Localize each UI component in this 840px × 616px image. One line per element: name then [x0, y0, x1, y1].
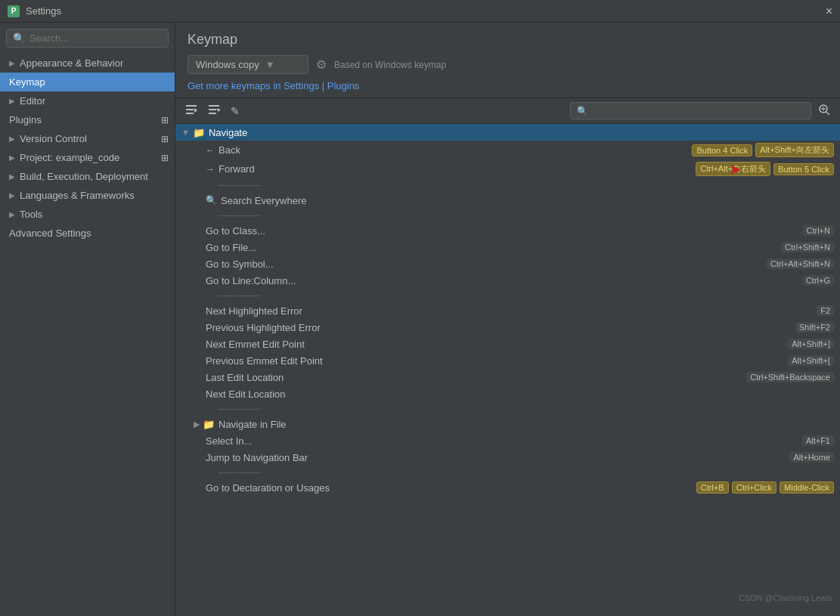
shortcut-ctrl-n: Ctrl+N	[803, 225, 834, 236]
shortcut-ctrl-shift-bs: Ctrl+Shift+Backspace	[746, 372, 834, 382]
find-button[interactable]	[814, 101, 834, 120]
proj-icon: ⊞	[161, 153, 169, 163]
sidebar-item-label: Tools	[20, 209, 42, 220]
tree-group-navigate-in-file[interactable]: ▶ 📁 Navigate in File	[175, 416, 840, 432]
sidebar-item-editor[interactable]: ▶ Editor	[0, 91, 175, 110]
keymap-dropdown[interactable]: Windows copy ▼	[188, 55, 308, 74]
chevron-right-icon: ▶	[9, 135, 15, 143]
search-icon: 🔍	[206, 195, 217, 206]
item-label: Forward	[219, 163, 693, 175]
main-layout: 🔍 ▶ Appearance & Behavior Keymap ▶ Edito…	[0, 23, 840, 616]
sidebar: 🔍 ▶ Appearance & Behavior Keymap ▶ Edito…	[0, 23, 175, 616]
title-bar-left: P Settings	[8, 5, 61, 17]
close-button[interactable]: ×	[826, 5, 832, 18]
sidebar-search-input[interactable]	[29, 33, 162, 44]
tree-item-next-edit[interactable]: Next Edit Location	[175, 385, 840, 402]
item-label: Previous Emmet Edit Point	[206, 355, 785, 367]
item-label: Next Emmet Edit Point	[206, 339, 785, 350]
sidebar-item-build[interactable]: ▶ Build, Execution, Deployment	[0, 167, 175, 186]
sidebar-item-tools[interactable]: ▶ Tools	[0, 205, 175, 224]
tree-item-search-everywhere[interactable]: 🔍 Search Everywhere	[175, 192, 840, 209]
separator-4: --------------	[175, 402, 840, 416]
vc-icon: ⊞	[161, 134, 169, 144]
separator-2: --------------	[175, 209, 840, 222]
shortcut-badge-button4: Button 4 Click	[692, 144, 752, 156]
shortcut-f2: F2	[817, 305, 834, 316]
shortcut-badge-button5: Button 5 Click	[773, 163, 834, 175]
edit-button[interactable]: ✎	[227, 103, 243, 119]
tree-item-jump-nav[interactable]: Jump to Navigation Bar Alt+Home	[175, 449, 840, 466]
item-label: Next Highlighted Error	[206, 305, 814, 317]
tree-item-next-error[interactable]: Next Highlighted Error F2	[175, 302, 840, 319]
based-on-label: Based on Windows keymap	[334, 60, 446, 70]
sidebar-item-label: Editor	[20, 95, 45, 107]
keymap-controls: Windows copy ▼ ⚙ Based on Windows keymap	[188, 55, 828, 74]
shortcut-alt-home: Alt+Home	[789, 452, 834, 463]
folder-icon: 📁	[203, 419, 215, 430]
gear-button[interactable]: ⚙	[316, 57, 327, 72]
search-filter[interactable]: 🔍	[570, 102, 811, 119]
sidebar-item-project[interactable]: ▶ Project: example_code ⊞	[0, 148, 175, 167]
item-label: Last Edit Location	[206, 372, 743, 383]
tree-item-select-in[interactable]: Select In... Alt+F1	[175, 432, 840, 449]
expand-icon[interactable]: ▶	[194, 419, 200, 429]
tree-item-go-to-symbol[interactable]: Go to Symbol... Ctrl+Alt+Shift+N	[175, 255, 840, 272]
sidebar-item-label: Version Control	[20, 133, 87, 144]
tree-group-navigate[interactable]: ▼ 📁 Navigate	[175, 124, 840, 141]
shortcut-badge-ctrl-b: Ctrl+B	[696, 481, 729, 494]
tree-item-prev-emmet[interactable]: Previous Emmet Edit Point Alt+Shift+[	[175, 352, 840, 369]
sidebar-item-advanced[interactable]: Advanced Settings	[0, 224, 175, 243]
sidebar-item-appearance[interactable]: ▶ Appearance & Behavior	[0, 54, 175, 73]
chevron-right-icon: ▶	[9, 59, 15, 67]
collapse-all-button[interactable]	[204, 101, 224, 120]
collapse-all-icon	[208, 104, 220, 116]
item-label: Next Edit Location	[206, 388, 834, 400]
chevron-right-icon: ▶	[9, 97, 15, 105]
search-icon: 🔍	[13, 33, 25, 44]
tree-item-go-to-file[interactable]: Go to File... Ctrl+Shift+N	[175, 239, 840, 255]
page-title: Keymap	[188, 32, 828, 48]
sidebar-search[interactable]: 🔍	[6, 29, 169, 48]
tree-item-last-edit[interactable]: Last Edit Location Ctrl+Shift+Backspace	[175, 369, 840, 385]
tree-item-back[interactable]: ← Back Button 4 Click Alt+Shift+向左箭头	[175, 141, 840, 159]
app-icon: P	[8, 5, 20, 17]
sidebar-item-languages[interactable]: ▶ Languages & Frameworks	[0, 186, 175, 205]
group-label: Navigate	[209, 127, 834, 138]
expand-icon[interactable]: ▼	[181, 128, 190, 137]
dropdown-value: Windows copy	[196, 59, 259, 70]
shortcut-alt-shift-lb: Alt+Shift+[	[788, 355, 834, 366]
chevron-right-icon: ▶	[9, 191, 15, 200]
tree-item-go-declaration[interactable]: Go to Declaration or Usages Ctrl+B Ctrl+…	[175, 479, 840, 496]
tree-item-go-to-class[interactable]: Go to Class... Ctrl+N	[175, 222, 840, 239]
sidebar-item-label: Languages & Frameworks	[20, 190, 135, 201]
keymap-search-input[interactable]	[593, 105, 804, 116]
svg-marker-3	[194, 108, 197, 113]
svg-line-9	[826, 112, 829, 115]
get-more-link[interactable]: Get more keymaps in Settings | Plugins	[188, 80, 359, 91]
separator-1: --------------	[175, 178, 840, 192]
shortcut-ctrl-shift-n: Ctrl+Shift+N	[781, 242, 834, 252]
find-icon	[818, 104, 830, 116]
sidebar-item-label: Project: example_code	[20, 152, 119, 163]
plugin-icon: ⊞	[161, 115, 169, 125]
expand-all-button[interactable]	[181, 101, 201, 120]
separator-5: --------------	[175, 466, 840, 479]
sidebar-item-keymap[interactable]: Keymap	[0, 73, 175, 91]
tree-item-forward[interactable]: → Forward Ctrl+Alt+向右箭头 Button 5 Click ➤	[175, 159, 840, 178]
shortcut-alt-shift-rb: Alt+Shift+]	[788, 339, 834, 349]
svg-rect-4	[209, 105, 219, 107]
tree-item-next-emmet[interactable]: Next Emmet Edit Point Alt+Shift+]	[175, 336, 840, 352]
svg-rect-0	[186, 105, 197, 107]
title-bar-title: Settings	[26, 5, 61, 17]
item-label: Go to File...	[206, 242, 778, 253]
tree-item-go-to-line[interactable]: Go to Line:Column... Ctrl+G	[175, 272, 840, 289]
content-header: Keymap Windows copy ▼ ⚙ Based on Windows…	[175, 23, 840, 98]
expand-all-icon	[185, 104, 197, 116]
forward-arrow-icon: →	[206, 164, 215, 175]
sidebar-item-plugins[interactable]: Plugins ⊞	[0, 110, 175, 129]
tree-item-prev-error[interactable]: Previous Highlighted Error Shift+F2	[175, 319, 840, 336]
sidebar-item-version-control[interactable]: ▶ Version Control ⊞	[0, 129, 175, 148]
shortcut-badge-middle-click: Middle-Click	[780, 481, 834, 494]
item-label: Go to Line:Column...	[206, 275, 799, 286]
item-label: Back	[219, 144, 689, 156]
